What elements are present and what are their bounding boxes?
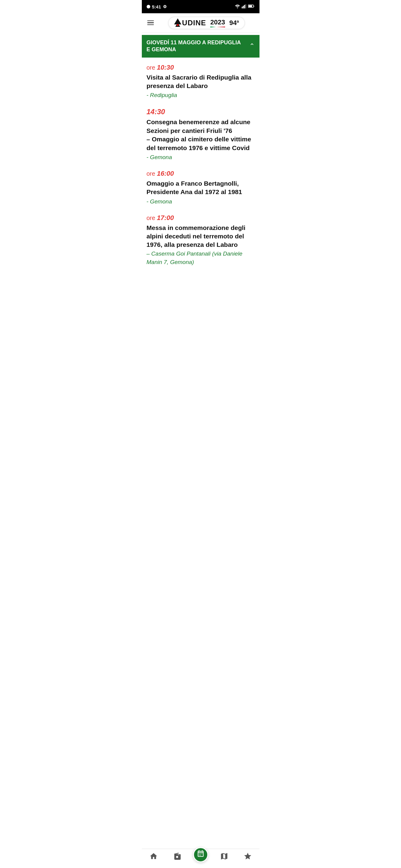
wifi-icon [235,4,240,9]
logo-year-block: 2023 [210,19,225,27]
logo-text: UDINE [182,19,206,27]
event-title-4: Messa in commemorazione degli alpini dec… [147,224,255,267]
event-title-3: Omaggio a Franco Bertagnolli, Presidente… [147,179,255,196]
hamburger-button[interactable] [146,19,155,27]
logo-udine: UDINE [174,19,206,27]
content-area: ore 10:30 Visita al Sacrario di Redipugl… [142,58,259,298]
hamburger-line [147,24,154,25]
event-time-4: ore 17:00 [147,214,255,222]
event-item-1: ore 10:30 Visita al Sacrario di Redipugl… [147,58,255,102]
chevron-up-icon[interactable]: ⌃ [249,42,255,50]
logo-container: UDINE 2023 94a [158,17,255,29]
section-header[interactable]: GIOVEDÍ 11 MAGGIO A REDIPUGLIA E GEMONA … [142,35,259,58]
record-icon [147,5,150,8]
svg-point-9 [177,24,179,26]
logo-triangle-icon [174,19,181,27]
event-time-3: ore 16:00 [147,170,255,178]
hamburger-line [147,21,154,22]
svg-rect-6 [254,6,254,7]
svg-rect-0 [242,7,242,8]
event-title-1: Visita al Sacrario di Redipuglia alla pr… [147,73,255,90]
logo-year: 2023 [210,19,225,26]
event-item-3: ore 16:00 Omaggio a Franco Bertagnolli, … [147,164,255,208]
svg-rect-2 [244,5,245,8]
event-location-2: - Gemona [147,154,255,161]
gear-icon: ⚙ [163,4,167,9]
event-item-2: 14:30 Consegna benemerenze ad alcune Sez… [147,101,255,163]
signal-icon [242,4,247,9]
event-title-2: Consegna benemerenze ad alcune Sezioni p… [147,118,255,152]
svg-rect-3 [245,4,246,8]
svg-rect-5 [248,5,252,7]
section-title: GIOVEDÍ 11 MAGGIO A REDIPUGLIA E GEMONA [147,39,246,53]
status-right [235,4,255,9]
svg-rect-1 [243,6,244,8]
status-time: 5:41 [152,4,161,9]
logo-edition: 94a [229,19,239,27]
app-header: UDINE 2023 94a [142,13,259,33]
status-left: 5:41 ⚙ [147,4,167,9]
logo-pill: UDINE 2023 94a [168,17,245,29]
hamburger-line [147,22,154,23]
event-item-4: ore 17:00 Messa in commemorazione degli … [147,208,255,292]
battery-icon [248,4,255,9]
event-time-2: 14:30 [147,107,255,116]
event-location-1: - Redipuglia [147,92,255,98]
event-location-3: - Gemona [147,198,255,205]
status-bar: 5:41 ⚙ [142,0,259,13]
event-time-1: ore 10:30 [147,64,255,71]
logo-edition-block: 94a [229,19,239,27]
